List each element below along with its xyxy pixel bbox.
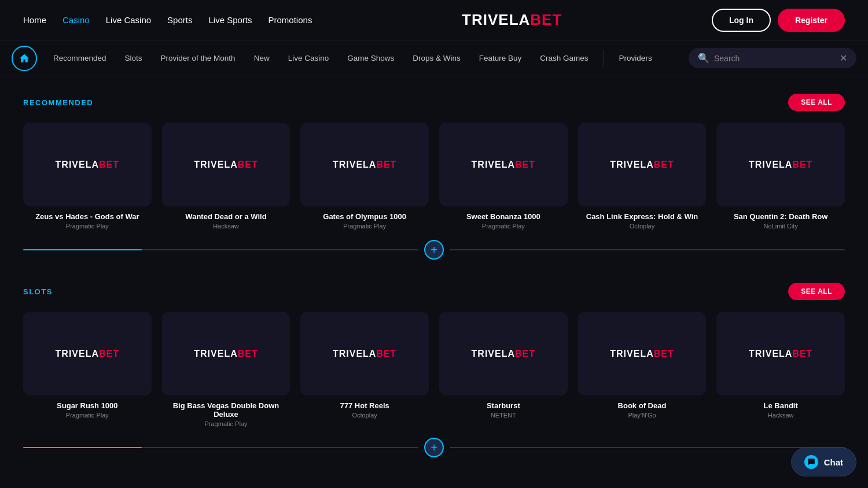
game-provider: Pragmatic Play [439,223,568,230]
game-logo: TRIVELABET [194,349,258,359]
cat-feature-buy[interactable]: Feature Buy [471,49,530,67]
game-card[interactable]: TRIVELABET Le Bandit Hacksaw [716,312,845,427]
game-provider: Pragmatic Play [162,420,290,427]
recommended-see-all[interactable]: SEE ALL [788,94,845,111]
game-provider: Octoplay [578,223,707,230]
game-provider: Hacksaw [162,223,290,230]
game-card[interactable]: TRIVELABET Big Bass Vegas Double Down De… [162,312,290,427]
game-thumbnail: TRIVELABET [300,123,429,206]
game-name: Gates of Olympus 1000 [300,212,429,221]
main-content: RECOMMENDED SEE ALL TRIVELABET Zeus vs H… [0,76,868,488]
game-thumbnail: TRIVELABET [162,123,290,206]
cat-crash-games[interactable]: Crash Games [532,49,596,67]
game-card[interactable]: TRIVELABET San Quentin 2: Death Row NoLi… [716,123,845,230]
game-provider: Pragmatic Play [23,223,152,230]
game-logo: TRIVELABET [610,349,674,359]
game-thumbnail: TRIVELABET [23,312,152,395]
slots-grid: TRIVELABET Sugar Rush 1000 Pragmatic Pla… [23,312,845,427]
main-nav: Home Casino Live Casino Sports Live Spor… [23,15,312,25]
cat-slots[interactable]: Slots [117,49,150,67]
nav-live-sports[interactable]: Live Sports [208,15,252,25]
search-clear-icon[interactable]: ✕ [840,53,847,64]
game-provider: Pragmatic Play [300,223,429,230]
search-box: 🔍 ✕ [689,48,856,68]
nav-sports[interactable]: Sports [167,15,192,25]
game-thumbnail: TRIVELABET [716,312,845,395]
scroll-plus-button[interactable]: + [424,240,444,260]
recommended-title: RECOMMENDED [23,98,93,107]
game-thumbnail: TRIVELABET [578,123,707,206]
site-logo: TRIVELABET [462,11,562,29]
nav-promotions[interactable]: Promotions [269,15,312,25]
cat-live-casino[interactable]: Live Casino [280,49,337,67]
chat-button[interactable]: Chat [791,448,856,476]
slots-section: SLOTS SEE ALL TRIVELABET Sugar Rush 1000… [23,283,845,457]
game-logo: TRIVELABET [194,160,258,170]
chat-label: Chat [824,457,843,467]
game-name: 777 Hot Reels [300,401,429,410]
slots-scroll: + [23,438,845,457]
game-card[interactable]: TRIVELABET 777 Hot Reels Octoplay [300,312,429,427]
game-logo: TRIVELABET [333,349,396,359]
nav-home[interactable]: Home [23,15,46,25]
recommended-section: RECOMMENDED SEE ALL TRIVELABET Zeus vs H… [23,94,845,260]
cat-providers[interactable]: Providers [611,49,660,67]
cat-recommended[interactable]: Recommended [45,49,115,67]
cat-game-shows[interactable]: Game Shows [339,49,402,67]
cat-divider [604,50,604,67]
cat-drops-wins[interactable]: Drops & Wins [404,49,469,67]
cat-new[interactable]: New [246,49,278,67]
scroll-line-right [450,447,845,448]
scroll-line-right [450,249,845,250]
game-thumbnail: TRIVELABET [439,312,568,395]
login-button[interactable]: Log In [712,9,771,32]
game-logo: TRIVELABET [472,160,535,170]
game-name: Starburst [439,401,568,410]
game-card[interactable]: TRIVELABET Sugar Rush 1000 Pragmatic Pla… [23,312,152,427]
logo-trivela: TRIVELA [462,11,530,28]
slots-scroll-plus-button[interactable]: + [424,438,444,457]
recommended-header: RECOMMENDED SEE ALL [23,94,845,111]
game-card[interactable]: TRIVELABET Book of Dead Play'N'Go [578,312,707,427]
home-icon-button[interactable] [12,46,37,71]
search-icon: 🔍 [698,53,709,64]
game-name: Wanted Dead or a Wild [162,212,290,221]
game-thumbnail: TRIVELABET [439,123,568,206]
slots-title: SLOTS [23,287,53,296]
game-thumbnail: TRIVELABET [162,312,290,395]
game-card[interactable]: TRIVELABET Zeus vs Hades - Gods of War P… [23,123,152,230]
game-thumbnail: TRIVELABET [716,123,845,206]
game-logo: TRIVELABET [472,349,535,359]
nav-casino[interactable]: Casino [62,15,90,25]
home-icon [19,53,30,64]
game-thumbnail: TRIVELABET [23,123,152,206]
game-logo: TRIVELABET [749,160,812,170]
recommended-grid: TRIVELABET Zeus vs Hades - Gods of War P… [23,123,845,230]
game-card[interactable]: TRIVELABET Cash Link Express: Hold & Win… [578,123,707,230]
game-name: Sugar Rush 1000 [23,401,152,410]
game-card[interactable]: TRIVELABET Sweet Bonanza 1000 Pragmatic … [439,123,568,230]
main-header: Home Casino Live Casino Sports Live Spor… [0,0,868,40]
register-button[interactable]: Register [778,9,845,32]
game-provider: NETENT [439,412,568,419]
nav-live-casino[interactable]: Live Casino [106,15,151,25]
game-name: Sweet Bonanza 1000 [439,212,568,221]
search-input[interactable] [714,54,835,63]
game-card[interactable]: TRIVELABET Starburst NETENT [439,312,568,427]
game-provider: Hacksaw [716,412,845,419]
game-provider: Play'N'Go [578,412,707,419]
game-card[interactable]: TRIVELABET Gates of Olympus 1000 Pragmat… [300,123,429,230]
game-name: Zeus vs Hades - Gods of War [23,212,152,221]
game-provider: Octoplay [300,412,429,419]
game-logo: TRIVELABET [749,349,812,359]
chat-icon [804,455,818,469]
slots-header: SLOTS SEE ALL [23,283,845,300]
cat-provider-month[interactable]: Provider of the Month [153,49,244,67]
scroll-remaining [142,249,418,250]
logo-bet: BET [530,11,562,28]
game-card[interactable]: TRIVELABET Wanted Dead or a Wild Hacksaw [162,123,290,230]
slots-see-all[interactable]: SEE ALL [788,283,845,300]
game-name: Big Bass Vegas Double Down Deluxe [162,401,290,419]
game-logo: TRIVELABET [56,160,119,170]
game-logo: TRIVELABET [610,160,674,170]
